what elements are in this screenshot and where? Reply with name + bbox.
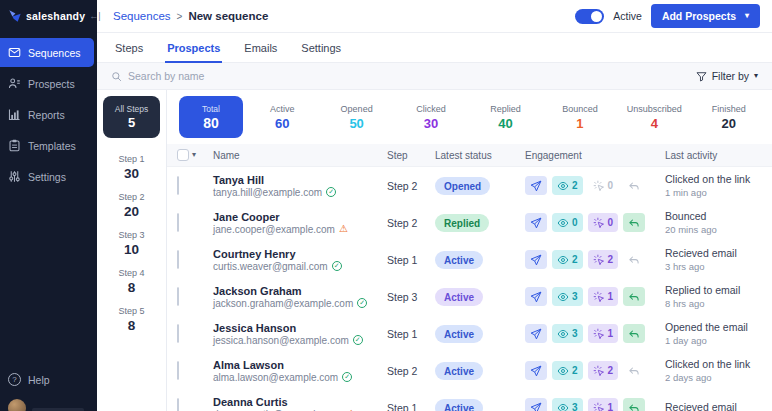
prospect-email: jane.cooper@example.com	[213, 224, 335, 235]
reply-pill[interactable]	[623, 398, 645, 411]
rail-step-1[interactable]: Step 130	[118, 154, 144, 181]
sidebar-item-label: Sequences	[28, 47, 81, 59]
row-checkbox[interactable]	[177, 287, 179, 306]
sent-pill[interactable]	[525, 213, 547, 232]
stats-metrics: Total 80 Active60Opened50Clicked30Replie…	[167, 96, 772, 138]
sidebar-item-sequences[interactable]: Sequences	[0, 38, 94, 67]
row-checkbox[interactable]	[177, 398, 179, 411]
select-all-checkbox[interactable]	[177, 149, 189, 161]
clicks-pill[interactable]: 0	[588, 176, 619, 195]
prospect-cell[interactable]: Deanna Curtis deanna.curtis@example.com …	[213, 396, 387, 411]
all-steps-stat[interactable]: All Steps 5	[103, 96, 160, 138]
rail-step-3[interactable]: Step 310	[118, 230, 144, 257]
prospect-cell[interactable]: Jane Cooper jane.cooper@example.com ⚠	[213, 211, 387, 235]
search-input[interactable]	[128, 70, 328, 82]
total-label: Total	[202, 104, 220, 114]
prospect-cell[interactable]: Jackson Graham jackson.graham@example.co…	[213, 285, 387, 309]
engagement-cell: 2 2	[525, 250, 665, 269]
reply-pill[interactable]	[623, 324, 645, 343]
row-checkbox[interactable]	[177, 250, 179, 269]
add-prospects-button[interactable]: Add Prospects ▾	[651, 4, 760, 28]
prospect-cell[interactable]: Courtney Henry curtis.weaver@gmail.com ✓	[213, 248, 387, 272]
chevron-down-icon: ▾	[754, 72, 758, 80]
search-icon	[111, 71, 122, 82]
col-engagement[interactable]: Engagement	[525, 150, 665, 161]
opens-count: 3	[572, 328, 578, 339]
clicks-pill[interactable]: 2	[588, 361, 619, 380]
row-checkbox[interactable]	[177, 324, 179, 343]
opens-pill[interactable]: 3	[552, 398, 583, 411]
metric-clicked[interactable]: Clicked30	[394, 104, 468, 131]
reply-pill[interactable]	[623, 176, 645, 195]
sent-pill[interactable]	[525, 176, 547, 195]
rail-step-2[interactable]: Step 220	[118, 192, 144, 219]
activity-cell: Clicked on the link 2 days ago	[665, 358, 772, 383]
sidebar-item-label: Reports	[28, 109, 65, 121]
metric-replied[interactable]: Replied40	[468, 104, 542, 131]
sent-pill[interactable]	[525, 250, 547, 269]
prospect-cell[interactable]: Jessica Hanson jessica.hanson@example.co…	[213, 322, 387, 346]
metric-finished[interactable]: Finished20	[692, 104, 766, 131]
reply-pill[interactable]	[623, 287, 645, 306]
rail-step-label: Step 4	[118, 268, 144, 278]
activity-text: Bounced	[665, 210, 772, 222]
col-status[interactable]: Latest status	[435, 150, 525, 161]
clicks-pill[interactable]: 0	[588, 213, 619, 232]
tab-steps[interactable]: Steps	[115, 33, 143, 62]
row-checkbox[interactable]	[177, 176, 179, 195]
prospect-cell[interactable]: Tanya Hill tanya.hill@example.com ✓	[213, 174, 387, 198]
help-icon: ?	[8, 373, 21, 386]
help-button[interactable]: ? Help	[0, 365, 97, 394]
col-name[interactable]: Name	[213, 150, 387, 161]
row-checkbox[interactable]	[177, 361, 179, 380]
metric-bounced[interactable]: Bounced1	[543, 104, 617, 131]
metric-unsubscribed[interactable]: Unsubscribed4	[617, 104, 691, 131]
filter-funnel-icon	[696, 71, 707, 82]
prospect-cell[interactable]: Alma Lawson alma.lawson@example.com ✓	[213, 359, 387, 383]
user-profile[interactable]	[0, 394, 97, 411]
opens-pill[interactable]: 2	[552, 361, 583, 380]
col-activity[interactable]: Last activity	[665, 150, 772, 161]
metric-active[interactable]: Active60	[245, 104, 319, 131]
sent-pill[interactable]	[525, 324, 547, 343]
metric-label: Clicked	[416, 104, 446, 114]
metric-opened[interactable]: Opened50	[319, 104, 393, 131]
row-checkbox[interactable]	[177, 213, 179, 232]
opens-pill[interactable]: 0	[552, 213, 583, 232]
toggle-knob	[591, 11, 602, 22]
reply-pill[interactable]	[623, 213, 645, 232]
sent-pill[interactable]	[525, 398, 547, 411]
tab-settings[interactable]: Settings	[301, 33, 341, 62]
opens-pill[interactable]: 3	[552, 287, 583, 306]
opens-pill[interactable]: 2	[552, 176, 583, 195]
rail-step-4[interactable]: Step 48	[118, 268, 144, 295]
reply-arrow-icon	[628, 328, 640, 340]
tab-emails[interactable]: Emails	[244, 33, 277, 62]
opens-pill[interactable]: 3	[552, 324, 583, 343]
filter-by-dropdown[interactable]: Filter by ▾	[696, 70, 758, 82]
clicks-pill[interactable]: 1	[588, 324, 619, 343]
sidebar-item-prospects[interactable]: Prospects	[0, 69, 94, 98]
breadcrumb-sequences-link[interactable]: Sequences	[113, 10, 171, 22]
rail-step-5[interactable]: Step 58	[118, 306, 144, 333]
tab-prospects[interactable]: Prospects	[167, 33, 220, 62]
sidebar-item-templates[interactable]: Templates	[0, 131, 94, 160]
reply-pill[interactable]	[623, 361, 645, 380]
user-avatar	[8, 399, 26, 411]
clicks-pill[interactable]: 1	[588, 287, 619, 306]
sidebar-item-settings[interactable]: Settings	[0, 162, 94, 191]
header-checkbox-cell: ▾	[177, 149, 213, 161]
select-dropdown-icon[interactable]: ▾	[192, 151, 196, 159]
reply-pill[interactable]	[623, 250, 645, 269]
sidebar-item-reports[interactable]: Reports	[0, 100, 94, 129]
clicks-pill[interactable]: 2	[588, 250, 619, 269]
sent-pill[interactable]	[525, 361, 547, 380]
sidebar-item-label: Settings	[28, 171, 66, 183]
chevron-down-icon: ▾	[745, 12, 749, 20]
col-step[interactable]: Step	[387, 150, 435, 161]
opens-pill[interactable]: 2	[552, 250, 583, 269]
clicks-pill[interactable]: 1	[588, 398, 619, 411]
sequence-active-toggle[interactable]	[575, 9, 604, 24]
total-stat[interactable]: Total 80	[179, 96, 243, 138]
sent-pill[interactable]	[525, 287, 547, 306]
